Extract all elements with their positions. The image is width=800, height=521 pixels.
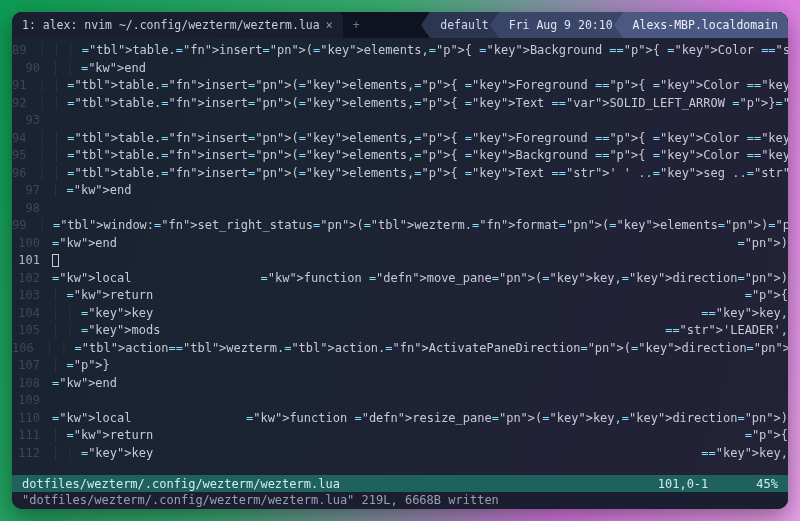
line-number: 111 xyxy=(12,427,52,445)
editor-line: 110="kw">local ="kw">function ="defn">re… xyxy=(12,410,788,428)
code-line[interactable]: │ ="p">} xyxy=(52,357,788,375)
cursor xyxy=(52,254,59,267)
code-line[interactable]: │ │ │ ="tbl">table xyxy=(38,42,168,60)
line-number: 92 xyxy=(12,95,38,113)
editor-line: 91│ │ ="tbl">table.="fn">insert="pn">(="… xyxy=(12,77,788,95)
editor-line: 106│ │ ="tbl">action = ="tbl">wezterm.="… xyxy=(12,340,788,358)
line-number: 110 xyxy=(12,410,52,428)
editor-line: 103│ ="kw">return ="p">{ xyxy=(12,287,788,305)
vim-statusline: dotfiles/wezterm/.config/wezterm/wezterm… xyxy=(12,475,788,492)
code-line[interactable]: │ │ ="tbl">table xyxy=(38,130,154,148)
line-number: 100 xyxy=(12,235,52,253)
tab-label: 1: alex: nvim ~/.config/wezterm/wezterm.… xyxy=(22,18,320,32)
status-file: dotfiles/wezterm/.config/wezterm/wezterm… xyxy=(22,477,340,491)
editor-line: 101 xyxy=(12,252,788,270)
terminal-window: 1: alex: nvim ~/.config/wezterm/wezterm.… xyxy=(12,12,788,509)
tab-bar: 1: alex: nvim ~/.config/wezterm/wezterm.… xyxy=(12,12,788,38)
tab-active[interactable]: 1: alex: nvim ~/.config/wezterm/wezterm.… xyxy=(12,12,343,38)
code-line[interactable]: ="kw">local xyxy=(52,410,246,428)
line-number: 95 xyxy=(12,147,38,165)
editor-line: 95│ │ ="tbl">table.="fn">insert="pn">(="… xyxy=(12,147,788,165)
line-number: 93 xyxy=(12,112,52,130)
line-number: 89 xyxy=(12,42,38,60)
editor-line: 90│ │ ="kw">end xyxy=(12,60,788,78)
code-line[interactable]: │ │ ="key">key xyxy=(52,305,701,323)
code-line[interactable]: ="kw">local xyxy=(52,270,260,288)
new-tab-button[interactable]: + xyxy=(343,12,370,38)
status-percent: 45% xyxy=(756,477,778,491)
line-number: 102 xyxy=(12,270,52,288)
editor-line: 93 xyxy=(12,112,788,130)
close-icon[interactable]: × xyxy=(326,18,333,32)
line-number: 96 xyxy=(12,165,38,183)
line-number: 103 xyxy=(12,287,52,305)
editor-viewport[interactable]: 89│ │ │ ="tbl">table.="fn">insert="pn">(… xyxy=(12,38,788,475)
vim-message-line: "dotfiles/wezterm/.config/wezterm/wezter… xyxy=(12,492,788,509)
line-number: 112 xyxy=(12,445,52,463)
editor-line: 96│ │ ="tbl">table.="fn">insert="pn">(="… xyxy=(12,165,788,183)
code-line[interactable]: │ │ ="tbl">table xyxy=(38,95,154,113)
line-number: 90 xyxy=(12,60,52,78)
status-position: 101,0-1 xyxy=(658,477,709,491)
code-line[interactable] xyxy=(52,112,788,130)
editor-line: 97│ ="kw">end xyxy=(12,182,788,200)
editor-line: 107│ ="p">} xyxy=(12,357,788,375)
line-number: 91 xyxy=(12,77,38,95)
code-line[interactable] xyxy=(52,252,788,270)
line-number: 104 xyxy=(12,305,52,323)
code-line[interactable]: │ ="kw">return xyxy=(52,427,745,445)
line-number: 97 xyxy=(12,182,52,200)
code-line[interactable]: │ │ ="key">key xyxy=(52,445,701,463)
status-workspace: default xyxy=(430,12,498,38)
editor-line: 94│ │ ="tbl">table.="fn">insert="pn">(="… xyxy=(12,130,788,148)
code-line[interactable]: │ │ ="tbl">table xyxy=(38,77,154,95)
code-line[interactable] xyxy=(52,200,788,218)
code-line[interactable]: ="kw">end xyxy=(52,375,788,393)
editor-line: 111│ ="kw">return ="p">{ xyxy=(12,427,788,445)
code-line[interactable]: │ ="kw">end xyxy=(52,182,788,200)
line-number: 101 xyxy=(12,252,52,270)
editor-line: 109 xyxy=(12,392,788,410)
status-datetime: Fri Aug 9 20:10 xyxy=(499,12,623,38)
line-number: 94 xyxy=(12,130,38,148)
line-number: 98 xyxy=(12,200,52,218)
code-line[interactable]: │ ="kw">return xyxy=(52,287,745,305)
editor-line: 102="kw">local ="kw">function ="defn">mo… xyxy=(12,270,788,288)
code-line[interactable]: ="kw">end xyxy=(52,235,737,253)
line-number: 106 xyxy=(12,340,46,358)
editor-line: 100="kw">end="pn">) xyxy=(12,235,788,253)
line-number: 108 xyxy=(12,375,52,393)
editor-line: 89│ │ │ ="tbl">table.="fn">insert="pn">(… xyxy=(12,42,788,60)
code-line[interactable]: │ │ ="key">mods xyxy=(52,322,665,340)
editor-line: 98 xyxy=(12,200,788,218)
code-line[interactable]: │ │ ="kw">end xyxy=(52,60,788,78)
line-number: 105 xyxy=(12,322,52,340)
code-line[interactable]: │ ="tbl">window xyxy=(38,217,146,235)
editor-line: 105│ │ ="key">mods = ="str">'LEADER', xyxy=(12,322,788,340)
status-hostname: Alexs-MBP.localdomain xyxy=(623,12,788,38)
line-number: 99 xyxy=(12,217,38,235)
editor-line: 104│ │ ="key">key = ="key">key, xyxy=(12,305,788,323)
line-number: 109 xyxy=(12,392,52,410)
editor-line: 108="kw">end xyxy=(12,375,788,393)
line-number: 107 xyxy=(12,357,52,375)
code-line[interactable]: │ │ ="tbl">table xyxy=(38,147,154,165)
editor-line: 92│ │ ="tbl">table.="fn">insert="pn">(="… xyxy=(12,95,788,113)
editor-line: 112│ │ ="key">key = ="key">key, xyxy=(12,445,788,463)
editor-line: 99│ ="tbl">window:="fn">set_right_status… xyxy=(12,217,788,235)
code-line[interactable]: │ │ ="tbl">table xyxy=(38,165,154,183)
code-line[interactable] xyxy=(52,392,788,410)
plus-icon: + xyxy=(353,18,360,32)
code-line[interactable]: │ │ ="tbl">action xyxy=(46,340,169,358)
